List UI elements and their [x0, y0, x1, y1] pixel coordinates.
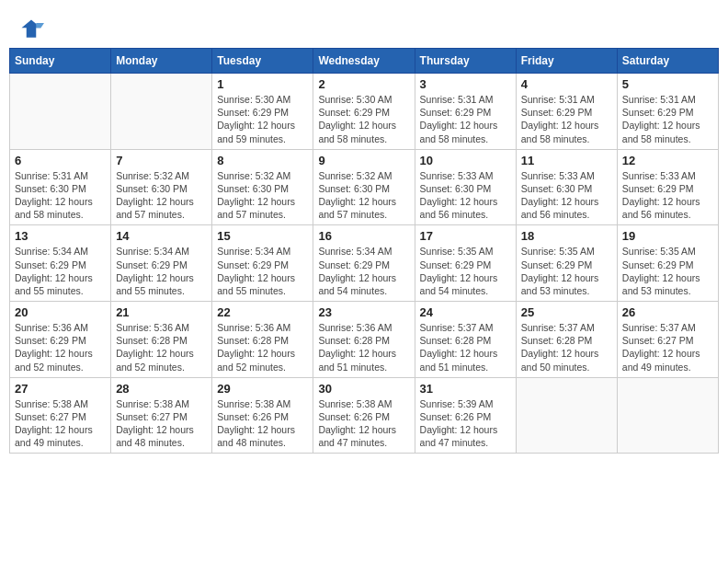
day-info: Sunrise: 5:36 AM Sunset: 6:28 PM Dayligh…	[217, 321, 308, 373]
day-info: Sunrise: 5:37 AM Sunset: 6:27 PM Dayligh…	[622, 321, 713, 373]
calendar-cell: 21Sunrise: 5:36 AM Sunset: 6:28 PM Dayli…	[111, 302, 212, 378]
day-number: 14	[116, 229, 207, 243]
day-info: Sunrise: 5:34 AM Sunset: 6:29 PM Dayligh…	[318, 245, 409, 297]
day-info: Sunrise: 5:39 AM Sunset: 6:26 PM Dayligh…	[420, 397, 511, 450]
day-number: 23	[318, 305, 409, 319]
weekday-header-thursday: Thursday	[415, 49, 516, 74]
day-number: 11	[521, 154, 612, 167]
day-number: 28	[116, 382, 207, 396]
calendar-cell	[516, 377, 617, 454]
logo-icon	[18, 17, 44, 42]
day-info: Sunrise: 5:33 AM Sunset: 6:29 PM Dayligh…	[622, 169, 713, 222]
calendar-cell: 7Sunrise: 5:32 AM Sunset: 6:30 PM Daylig…	[111, 149, 212, 225]
day-number: 4	[521, 77, 612, 91]
calendar-cell: 10Sunrise: 5:33 AM Sunset: 6:30 PM Dayli…	[415, 149, 516, 225]
day-info: Sunrise: 5:38 AM Sunset: 6:27 PM Dayligh…	[116, 397, 207, 450]
day-number: 26	[622, 305, 713, 319]
day-info: Sunrise: 5:32 AM Sunset: 6:30 PM Dayligh…	[116, 169, 207, 222]
weekday-header-monday: Monday	[111, 49, 212, 74]
calendar-cell: 23Sunrise: 5:36 AM Sunset: 6:28 PM Dayli…	[313, 302, 415, 378]
day-info: Sunrise: 5:34 AM Sunset: 6:29 PM Dayligh…	[116, 245, 207, 297]
calendar-cell: 26Sunrise: 5:37 AM Sunset: 6:27 PM Dayli…	[617, 302, 718, 378]
day-number: 1	[217, 77, 308, 91]
svg-marker-1	[36, 23, 44, 28]
calendar-cell: 28Sunrise: 5:38 AM Sunset: 6:27 PM Dayli…	[111, 377, 212, 454]
day-number: 30	[318, 382, 409, 396]
calendar-cell	[111, 74, 212, 150]
calendar-cell: 31Sunrise: 5:39 AM Sunset: 6:26 PM Dayli…	[415, 377, 516, 454]
calendar-week-row: 1Sunrise: 5:30 AM Sunset: 6:29 PM Daylig…	[10, 74, 719, 150]
page-header	[9, 9, 719, 48]
day-info: Sunrise: 5:35 AM Sunset: 6:29 PM Dayligh…	[420, 245, 511, 297]
day-number: 24	[420, 305, 511, 319]
day-number: 18	[521, 229, 612, 243]
calendar-cell: 6Sunrise: 5:31 AM Sunset: 6:30 PM Daylig…	[10, 149, 111, 225]
day-number: 3	[420, 77, 511, 91]
day-number: 20	[15, 305, 106, 319]
day-number: 13	[15, 229, 106, 243]
day-info: Sunrise: 5:38 AM Sunset: 6:26 PM Dayligh…	[318, 397, 409, 450]
day-number: 25	[521, 305, 612, 319]
day-info: Sunrise: 5:37 AM Sunset: 6:28 PM Dayligh…	[420, 321, 511, 373]
logo	[18, 17, 48, 42]
day-info: Sunrise: 5:33 AM Sunset: 6:30 PM Dayligh…	[521, 169, 612, 222]
calendar-week-row: 6Sunrise: 5:31 AM Sunset: 6:30 PM Daylig…	[10, 149, 719, 225]
weekday-header-wednesday: Wednesday	[313, 49, 415, 74]
calendar-cell: 13Sunrise: 5:34 AM Sunset: 6:29 PM Dayli…	[10, 225, 111, 302]
day-info: Sunrise: 5:36 AM Sunset: 6:29 PM Dayligh…	[15, 321, 106, 373]
calendar-cell: 12Sunrise: 5:33 AM Sunset: 6:29 PM Dayli…	[617, 149, 718, 225]
weekday-header-row: SundayMondayTuesdayWednesdayThursdayFrid…	[10, 49, 719, 74]
day-number: 27	[15, 382, 106, 396]
day-info: Sunrise: 5:31 AM Sunset: 6:29 PM Dayligh…	[521, 93, 612, 145]
calendar-cell: 9Sunrise: 5:32 AM Sunset: 6:30 PM Daylig…	[313, 149, 415, 225]
day-info: Sunrise: 5:31 AM Sunset: 6:30 PM Dayligh…	[15, 169, 106, 222]
day-number: 29	[217, 382, 308, 396]
day-number: 16	[318, 229, 409, 243]
day-info: Sunrise: 5:32 AM Sunset: 6:30 PM Dayligh…	[318, 169, 409, 222]
calendar-cell: 25Sunrise: 5:37 AM Sunset: 6:28 PM Dayli…	[516, 302, 617, 378]
day-info: Sunrise: 5:35 AM Sunset: 6:29 PM Dayligh…	[622, 245, 713, 297]
calendar-cell: 27Sunrise: 5:38 AM Sunset: 6:27 PM Dayli…	[10, 377, 111, 454]
day-info: Sunrise: 5:38 AM Sunset: 6:27 PM Dayligh…	[15, 397, 106, 450]
day-number: 7	[116, 154, 207, 167]
day-info: Sunrise: 5:30 AM Sunset: 6:29 PM Dayligh…	[318, 93, 409, 145]
day-info: Sunrise: 5:35 AM Sunset: 6:29 PM Dayligh…	[521, 245, 612, 297]
day-number: 9	[318, 154, 409, 167]
weekday-header-saturday: Saturday	[617, 49, 718, 74]
day-number: 17	[420, 229, 511, 243]
calendar-cell: 16Sunrise: 5:34 AM Sunset: 6:29 PM Dayli…	[313, 225, 415, 302]
calendar-cell	[617, 377, 718, 454]
day-info: Sunrise: 5:34 AM Sunset: 6:29 PM Dayligh…	[217, 245, 308, 297]
calendar-cell: 3Sunrise: 5:31 AM Sunset: 6:29 PM Daylig…	[415, 74, 516, 150]
calendar-cell: 20Sunrise: 5:36 AM Sunset: 6:29 PM Dayli…	[10, 302, 111, 378]
day-info: Sunrise: 5:34 AM Sunset: 6:29 PM Dayligh…	[15, 245, 106, 297]
calendar-cell: 18Sunrise: 5:35 AM Sunset: 6:29 PM Dayli…	[516, 225, 617, 302]
day-number: 15	[217, 229, 308, 243]
calendar-cell	[10, 74, 111, 150]
calendar-cell: 8Sunrise: 5:32 AM Sunset: 6:30 PM Daylig…	[212, 149, 313, 225]
day-info: Sunrise: 5:36 AM Sunset: 6:28 PM Dayligh…	[116, 321, 207, 373]
calendar-cell: 1Sunrise: 5:30 AM Sunset: 6:29 PM Daylig…	[212, 74, 313, 150]
day-info: Sunrise: 5:37 AM Sunset: 6:28 PM Dayligh…	[521, 321, 612, 373]
calendar-cell: 17Sunrise: 5:35 AM Sunset: 6:29 PM Dayli…	[415, 225, 516, 302]
calendar-week-row: 20Sunrise: 5:36 AM Sunset: 6:29 PM Dayli…	[10, 302, 719, 378]
calendar-cell: 4Sunrise: 5:31 AM Sunset: 6:29 PM Daylig…	[516, 74, 617, 150]
calendar-cell: 30Sunrise: 5:38 AM Sunset: 6:26 PM Dayli…	[313, 377, 415, 454]
day-number: 10	[420, 154, 511, 167]
calendar-cell: 2Sunrise: 5:30 AM Sunset: 6:29 PM Daylig…	[313, 74, 415, 150]
day-info: Sunrise: 5:31 AM Sunset: 6:29 PM Dayligh…	[420, 93, 511, 145]
calendar-week-row: 27Sunrise: 5:38 AM Sunset: 6:27 PM Dayli…	[10, 377, 719, 454]
day-info: Sunrise: 5:33 AM Sunset: 6:30 PM Dayligh…	[420, 169, 511, 222]
day-number: 5	[622, 77, 713, 91]
day-info: Sunrise: 5:30 AM Sunset: 6:29 PM Dayligh…	[217, 93, 308, 145]
day-number: 12	[622, 154, 713, 167]
calendar-week-row: 13Sunrise: 5:34 AM Sunset: 6:29 PM Dayli…	[10, 225, 719, 302]
calendar-cell: 5Sunrise: 5:31 AM Sunset: 6:29 PM Daylig…	[617, 74, 718, 150]
day-number: 31	[420, 382, 511, 396]
calendar-cell: 11Sunrise: 5:33 AM Sunset: 6:30 PM Dayli…	[516, 149, 617, 225]
day-number: 8	[217, 154, 308, 167]
day-number: 21	[116, 305, 207, 319]
day-number: 2	[318, 77, 409, 91]
weekday-header-sunday: Sunday	[10, 49, 111, 74]
weekday-header-tuesday: Tuesday	[212, 49, 313, 74]
